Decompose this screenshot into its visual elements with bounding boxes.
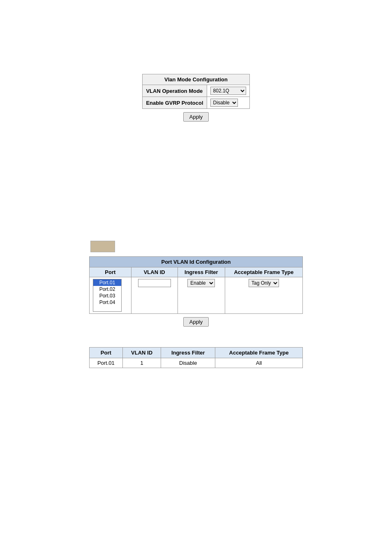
gvrp-label: Enable GVRP Protocol (143, 97, 207, 109)
port-list-item[interactable]: Port.01 (93, 279, 121, 286)
acceptable-frame-type-cell: Tag Only All (225, 277, 302, 314)
vlan-mode-apply-button[interactable]: Apply (183, 112, 209, 122)
color-rectangle (90, 241, 115, 252)
vlan-mode-title: Vlan Mode Configuration (143, 74, 249, 85)
port-vlan-input-row: Port.01 Port.02 Port.03 Port.04 Enable D… (90, 277, 303, 314)
col-header-acceptable-frame-type: Acceptable Frame Type (225, 267, 302, 277)
port-vlan-section: Port VLAN Id Configuration Port VLAN ID … (89, 256, 303, 327)
color-rect-wrapper (8, 241, 384, 252)
summary-table: Port VLAN ID Ingress Filter Acceptable F… (89, 347, 303, 368)
port-vlan-apply-button[interactable]: Apply (183, 317, 209, 327)
vlan-id-cell (131, 277, 178, 314)
operation-mode-select[interactable]: 802.1Q Port-Based (210, 87, 246, 95)
summary-cell-port: Port.01 (90, 358, 123, 368)
summary-col-ingress-filter: Ingress Filter (161, 348, 215, 358)
port-vlan-table: Port VLAN Id Configuration Port VLAN ID … (89, 256, 303, 314)
ingress-filter-cell: Enable Disable (178, 277, 225, 314)
summary-cell-acceptable_frame_type: All (215, 358, 303, 368)
summary-col-port: Port (90, 348, 123, 358)
summary-table-row: Port.011DisableAll (90, 358, 303, 368)
summary-section: Port VLAN ID Ingress Filter Acceptable F… (89, 347, 303, 368)
port-list-item[interactable]: Port.03 (93, 292, 121, 299)
gvrp-cell: Disable Enable (207, 97, 249, 109)
summary-col-vlan-id: VLAN ID (122, 348, 161, 358)
gvrp-select[interactable]: Disable Enable (210, 99, 238, 107)
vlan-id-input[interactable] (138, 279, 171, 287)
gvrp-row: Enable GVRP Protocol Disable Enable (143, 97, 249, 109)
port-vlan-title: Port VLAN Id Configuration (90, 257, 303, 267)
summary-cell-ingress_filter: Disable (161, 358, 215, 368)
operation-mode-label: VLAN Operation Mode (143, 85, 207, 97)
ingress-filter-select[interactable]: Enable Disable (187, 279, 215, 287)
acceptable-frame-type-select[interactable]: Tag Only All (249, 279, 279, 287)
summary-cell-vlan_id: 1 (122, 358, 161, 368)
operation-mode-row: VLAN Operation Mode 802.1Q Port-Based (143, 85, 249, 97)
port-list-cell: Port.01 Port.02 Port.03 Port.04 (90, 277, 131, 314)
summary-col-acceptable-frame-type: Acceptable Frame Type (215, 348, 303, 358)
col-header-ingress-filter: Ingress Filter (178, 267, 225, 277)
vlan-mode-section: Vlan Mode Configuration VLAN Operation M… (142, 74, 249, 122)
port-list-item[interactable]: Port.02 (93, 286, 121, 292)
col-header-port: Port (90, 267, 131, 277)
vlan-mode-table: Vlan Mode Configuration VLAN Operation M… (142, 74, 249, 109)
operation-mode-cell: 802.1Q Port-Based (207, 85, 249, 97)
port-list[interactable]: Port.01 Port.02 Port.03 Port.04 (93, 279, 122, 312)
port-list-item[interactable]: Port.04 (93, 299, 121, 306)
col-header-vlan-id: VLAN ID (131, 267, 178, 277)
